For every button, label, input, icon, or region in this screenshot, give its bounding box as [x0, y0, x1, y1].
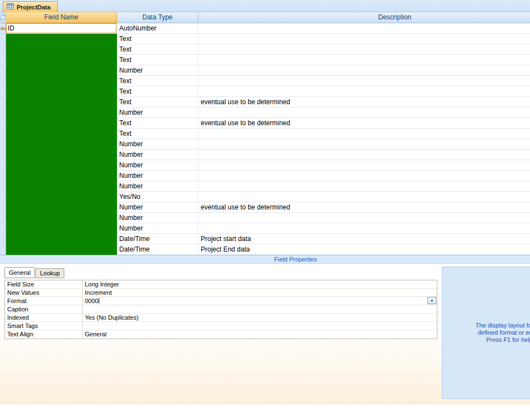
- data-type-cell[interactable]: Number: [117, 181, 198, 192]
- row-selector[interactable]: [0, 223, 6, 234]
- row-selector[interactable]: [0, 86, 6, 97]
- field-properties-divider: Field Properties: [0, 255, 530, 264]
- field-name-cell[interactable]: ID: [6, 23, 117, 34]
- row-selector[interactable]: [0, 234, 6, 244]
- tab-general[interactable]: General: [4, 267, 35, 278]
- description-cell[interactable]: [198, 34, 530, 44]
- property-name: Text Align: [5, 330, 83, 339]
- property-row: New ValuesIncrement: [5, 289, 437, 297]
- data-type-cell[interactable]: Text: [117, 118, 198, 129]
- property-value[interactable]: 0000▼: [83, 297, 437, 305]
- description-cell[interactable]: [198, 213, 530, 223]
- description-cell[interactable]: [198, 181, 530, 192]
- property-value[interactable]: Long Integer: [83, 280, 437, 288]
- document-tab-bar: ProjectData: [0, 0, 530, 12]
- property-value[interactable]: [83, 322, 437, 330]
- data-type-cell[interactable]: Text: [117, 86, 198, 97]
- description-cell[interactable]: eventual use to be determined: [198, 97, 530, 107]
- tab-projectdata[interactable]: ProjectData: [3, 1, 58, 12]
- data-type-cell[interactable]: Text: [117, 44, 198, 55]
- property-name: Indexed: [5, 314, 83, 321]
- table-icon: [7, 3, 14, 11]
- description-cell[interactable]: [198, 76, 530, 86]
- row-selector[interactable]: [0, 44, 6, 55]
- data-type-cell[interactable]: Date/Time: [117, 234, 198, 244]
- data-type-cell[interactable]: Number: [117, 107, 198, 118]
- property-value[interactable]: [83, 305, 437, 313]
- data-type-cell[interactable]: Number: [117, 213, 198, 223]
- row-selector[interactable]: [0, 107, 6, 118]
- row-selector[interactable]: [0, 76, 6, 86]
- row-selector[interactable]: [0, 129, 6, 139]
- row-selector[interactable]: [0, 181, 6, 192]
- description-cell[interactable]: eventual use to be determined: [198, 118, 530, 129]
- column-header-description[interactable]: Description: [198, 12, 530, 23]
- row-selector[interactable]: [0, 23, 6, 34]
- table-row[interactable]: IDAutoNumber: [0, 23, 530, 34]
- property-grid: Field SizeLong IntegerNew ValuesIncremen…: [4, 280, 437, 339]
- description-cell[interactable]: [198, 65, 530, 76]
- data-type-cell[interactable]: Text: [117, 34, 198, 44]
- property-row: Format0000▼: [5, 297, 437, 305]
- description-cell[interactable]: Project start data: [198, 234, 530, 244]
- property-value[interactable]: General: [83, 330, 437, 339]
- row-selector[interactable]: [0, 150, 6, 160]
- description-cell[interactable]: [198, 171, 530, 181]
- row-selector[interactable]: [0, 139, 6, 150]
- description-cell[interactable]: [198, 86, 530, 97]
- property-value[interactable]: Yes (No Duplicates): [83, 314, 437, 321]
- description-cell[interactable]: [198, 160, 530, 171]
- description-cell[interactable]: [198, 55, 530, 65]
- description-cell[interactable]: [198, 129, 530, 139]
- data-type-cell[interactable]: Number: [117, 139, 198, 150]
- data-type-cell[interactable]: Number: [117, 65, 198, 76]
- row-selector[interactable]: [0, 118, 6, 129]
- data-type-cell[interactable]: Text: [117, 129, 198, 139]
- column-header-data-type[interactable]: Data Type: [117, 12, 198, 23]
- data-type-cell[interactable]: Date/Time: [117, 244, 198, 255]
- description-cell[interactable]: [198, 23, 530, 34]
- property-name: Smart Tags: [5, 322, 83, 330]
- row-selector[interactable]: [0, 97, 6, 107]
- row-selector[interactable]: [0, 202, 6, 213]
- data-type-cell[interactable]: Text: [117, 55, 198, 65]
- data-type-cell[interactable]: Yes/No: [117, 192, 198, 202]
- data-type-cell[interactable]: Text: [117, 76, 198, 86]
- row-selector[interactable]: [0, 192, 6, 202]
- property-name: Field Size: [5, 280, 83, 288]
- description-cell[interactable]: Project End data: [198, 244, 530, 255]
- row-selector[interactable]: [0, 171, 6, 181]
- description-cell[interactable]: eventual use to be determined: [198, 202, 530, 213]
- description-cell[interactable]: [198, 107, 530, 118]
- property-row: Text AlignGeneral: [5, 330, 437, 339]
- description-cell[interactable]: [198, 139, 530, 150]
- description-cell[interactable]: [198, 150, 530, 160]
- corner-cell[interactable]: [0, 12, 6, 23]
- data-type-cell[interactable]: AutoNumber: [117, 23, 198, 34]
- row-selector[interactable]: [0, 160, 6, 171]
- data-type-cell[interactable]: Number: [117, 160, 198, 171]
- tab-title: ProjectData: [17, 4, 50, 11]
- row-selector[interactable]: [0, 65, 6, 76]
- property-row: Smart Tags: [5, 322, 437, 330]
- data-type-cell[interactable]: Number: [117, 202, 198, 213]
- data-type-cell[interactable]: Number: [117, 223, 198, 234]
- column-header-field-name[interactable]: Field Name: [6, 12, 117, 23]
- property-name: New Values: [5, 289, 83, 296]
- row-selector[interactable]: [0, 55, 6, 65]
- row-selector[interactable]: [0, 34, 6, 44]
- description-cell[interactable]: [198, 192, 530, 202]
- property-value-text: Increment: [85, 289, 112, 296]
- tab-lookup[interactable]: Lookup: [35, 268, 64, 278]
- property-row: IndexedYes (No Duplicates): [5, 314, 437, 322]
- data-type-cell[interactable]: Number: [117, 150, 198, 160]
- data-type-cell[interactable]: Text: [117, 97, 198, 107]
- property-value[interactable]: Increment: [83, 289, 437, 296]
- row-selector[interactable]: [0, 213, 6, 223]
- description-cell[interactable]: [198, 44, 530, 55]
- row-selector[interactable]: [0, 244, 6, 255]
- description-cell[interactable]: [198, 223, 530, 234]
- help-box: The display layout for the fie defined f…: [442, 267, 530, 399]
- dropdown-button[interactable]: ▼: [427, 297, 436, 304]
- data-type-cell[interactable]: Number: [117, 171, 198, 181]
